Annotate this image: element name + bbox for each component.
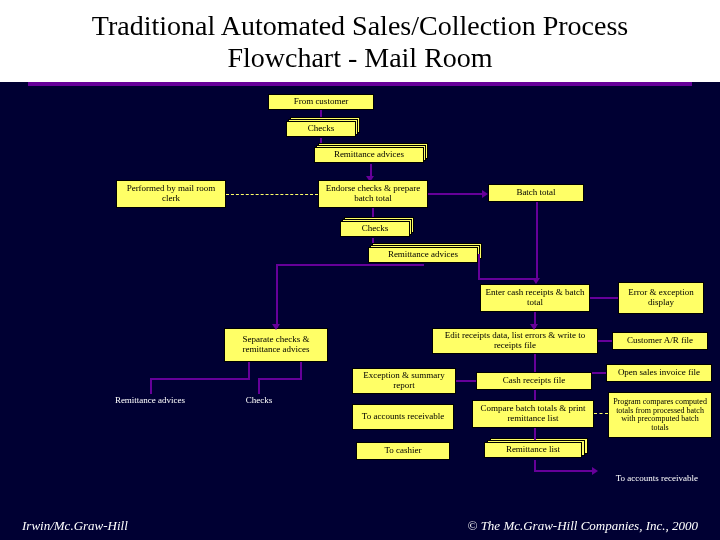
page-title: Traditional Automated Sales/Collection P…	[0, 0, 720, 82]
box-edit-receipts: Edit receipts data, list errors & write …	[432, 328, 598, 354]
box-to-cashier: To cashier	[356, 442, 450, 460]
stack-remit-1: Remittance advices	[314, 146, 424, 164]
box-endorse: Endorse checks & prepare batch total	[318, 180, 428, 208]
stack-remit-2: Remittance advices	[368, 246, 478, 264]
box-enter-receipts: Enter cash receipts & batch total	[480, 284, 590, 312]
label-checks: Checks	[234, 396, 284, 406]
footer-right: © The Mc.Graw-Hill Companies, Inc., 2000	[468, 518, 699, 534]
box-from-customer: From customer	[268, 94, 374, 110]
label-remittance-advices: Remittance advices	[102, 396, 198, 406]
box-open-sales: Open sales invoice file	[606, 364, 712, 382]
label-to-ar-2: To accounts receivable	[568, 474, 698, 484]
dashed-connector	[226, 194, 318, 195]
stack-remittance-list: Remittance list	[484, 442, 582, 460]
box-separate: Separate checks & remittance advices	[224, 328, 328, 362]
box-compare: Compare batch totals & print remittance …	[472, 400, 594, 428]
box-batch-total: Batch total	[488, 184, 584, 202]
box-cash-receipts: Cash receipts file	[476, 372, 592, 390]
flowchart-canvas: From customer Checks Remittance advices …	[0, 86, 720, 531]
box-program-compares: Program compares computed totals from pr…	[608, 392, 712, 438]
footer-left: Irwin/Mc.Graw-Hill	[22, 518, 128, 534]
box-to-ar: To accounts receivable	[352, 404, 454, 430]
box-performed-by: Performed by mail room clerk	[116, 180, 226, 208]
box-exception-report: Exception & summary report	[352, 368, 456, 394]
box-customer-ar: Customer A/R file	[612, 332, 708, 350]
stack-checks-2: Checks	[340, 220, 410, 238]
box-error-display: Error & exception display	[618, 282, 704, 314]
stack-checks-1: Checks	[286, 120, 356, 138]
